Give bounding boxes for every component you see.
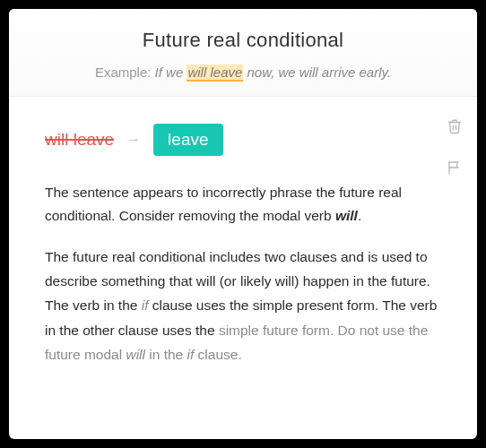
- correction-row: will leave → leave: [45, 124, 441, 156]
- example-sentence: If we will leave now, we will arrive ear…: [155, 65, 392, 82]
- card-header: Future real conditional Example: If we w…: [9, 9, 477, 97]
- example-highlight: will leave: [187, 65, 243, 82]
- p2-will: will: [126, 347, 145, 362]
- p1-post: .: [358, 208, 361, 223]
- p2-e: clause.: [194, 347, 241, 362]
- card-title: Future real conditional: [36, 29, 450, 52]
- explanation-long: The future real conditional includes two…: [45, 245, 441, 366]
- example-post: now, we will arrive early.: [243, 65, 391, 80]
- example-line: Example: If we will leave now, we will a…: [36, 65, 450, 80]
- card-body: will leave → leave The sentence appears …: [9, 97, 477, 384]
- p1-bold: will: [335, 208, 358, 223]
- flag-icon[interactable]: [447, 159, 463, 176]
- original-text: will leave: [45, 130, 114, 150]
- suggestion-card: Future real conditional Example: If we w…: [9, 9, 477, 439]
- p2-d: in the: [145, 347, 187, 362]
- example-pre: If we: [155, 65, 187, 80]
- arrow-icon: →: [126, 132, 141, 148]
- action-icons: [447, 118, 463, 176]
- trash-icon[interactable]: [447, 118, 463, 134]
- example-label: Example:: [95, 65, 152, 80]
- explanation-short: The sentence appears to incorrectly phra…: [45, 181, 441, 227]
- suggestion-button[interactable]: leave: [153, 124, 222, 156]
